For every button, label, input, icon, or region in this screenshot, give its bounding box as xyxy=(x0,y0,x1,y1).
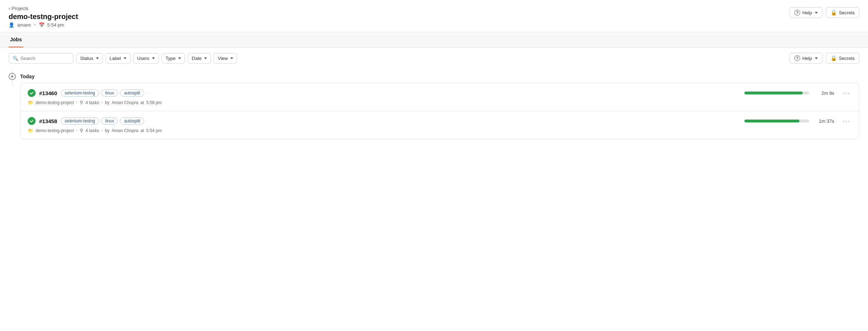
search-box[interactable]: 🔍 xyxy=(9,53,73,64)
secrets-label-header: Secrets xyxy=(839,10,855,15)
users-chevron xyxy=(152,57,155,59)
job-card-meta-0: 📁 demo-testng-project • ⚲ 4 tasks • by A… xyxy=(28,100,852,105)
project-title: demo-testng-project xyxy=(9,13,78,21)
job-tags-1: selenium-testng linux autosplit xyxy=(61,117,144,125)
job-project-0: demo-testng-project xyxy=(36,100,74,105)
view-filter-button[interactable]: View xyxy=(214,53,237,64)
header-time: 5:54 pm xyxy=(47,22,64,28)
job-tag-0-2[interactable]: autosplit xyxy=(120,89,144,97)
job-by-1: by xyxy=(105,128,110,133)
job-more-button-1[interactable]: ··· xyxy=(841,117,852,125)
type-filter-button[interactable]: Type xyxy=(162,53,185,64)
job-more-button-0[interactable]: ··· xyxy=(841,89,852,97)
top-header: ‹ Projects demo-testng-project 👤 amanc •… xyxy=(0,0,868,32)
folder-icon-1: 📁 xyxy=(28,128,33,133)
table-row: #13458 selenium-testng linux autosplit 1… xyxy=(20,111,859,139)
meta-sep-1a: • xyxy=(76,128,78,133)
job-tag-0-0[interactable]: selenium-testng xyxy=(61,89,99,97)
type-chevron xyxy=(178,57,181,59)
job-number-1[interactable]: #13458 xyxy=(39,118,57,124)
users-filter-button[interactable]: Users xyxy=(133,53,159,64)
job-card-meta-1: 📁 demo-testng-project • ⚲ 4 tasks • by A… xyxy=(28,128,852,133)
user-icon: 👤 xyxy=(9,22,14,28)
header-left: ‹ Projects demo-testng-project 👤 amanc •… xyxy=(9,6,78,28)
toolbar: 🔍 Status Label Users Type Date View xyxy=(0,48,868,69)
job-time-1: 5:54 pm xyxy=(146,128,162,133)
job-at-0: at xyxy=(140,100,144,105)
job-number-0[interactable]: #13460 xyxy=(39,90,57,96)
job-duration-1: 1m 37s xyxy=(816,118,834,124)
status-filter-label: Status xyxy=(80,56,93,61)
help-icon-header: ? xyxy=(794,10,800,15)
project-meta: 👤 amanc • 📅 5:54 pm xyxy=(9,22,78,28)
job-status-icon-0 xyxy=(28,89,36,97)
meta-sep-1b: • xyxy=(101,128,103,133)
progress-bar-1 xyxy=(744,120,809,122)
meta-sep-0b: • xyxy=(101,100,103,105)
job-card-top-0: #13460 selenium-testng linux autosplit 2… xyxy=(28,89,852,97)
dot-separator: • xyxy=(34,22,36,28)
help-button-toolbar[interactable]: ? Help xyxy=(790,53,822,64)
label-filter-label: Label xyxy=(110,56,121,61)
date-chevron xyxy=(204,57,207,59)
label-chevron xyxy=(124,57,126,59)
job-tag-1-0[interactable]: selenium-testng xyxy=(61,117,99,125)
toolbar-left: 🔍 Status Label Users Type Date View xyxy=(9,53,237,64)
job-project-1: demo-testng-project xyxy=(36,128,74,133)
job-card-right-1: 1m 37s ··· xyxy=(744,117,852,125)
job-tag-1-1[interactable]: linux xyxy=(101,117,118,125)
secrets-label-toolbar: Secrets xyxy=(839,56,855,61)
job-author-1: Aman Chopra xyxy=(112,128,138,133)
meta-sep-0a: • xyxy=(76,100,78,105)
job-card-left-1: #13458 selenium-testng linux autosplit xyxy=(28,117,744,125)
progress-bar-fill-0 xyxy=(744,92,803,94)
job-status-icon-1 xyxy=(28,117,36,125)
job-tasks-1: 4 tasks xyxy=(86,128,99,133)
status-chevron xyxy=(96,57,99,59)
help-button-header[interactable]: ? Help xyxy=(790,7,822,18)
job-tag-1-2[interactable]: autosplit xyxy=(120,117,144,125)
job-card-top-1: #13458 selenium-testng linux autosplit 1… xyxy=(28,117,852,125)
username: amanc xyxy=(17,22,31,28)
search-icon: 🔍 xyxy=(13,56,18,61)
tab-jobs[interactable]: Jobs xyxy=(9,32,23,47)
tabs-bar: Jobs xyxy=(0,32,868,48)
folder-icon-0: 📁 xyxy=(28,100,33,105)
checkmark-icon-1 xyxy=(29,119,34,123)
timeline-icon xyxy=(9,73,16,80)
timeline-section: Today #13460 selenium-testng linux autos… xyxy=(0,69,868,139)
help-label-toolbar: Help xyxy=(802,56,812,61)
calendar-icon: 📅 xyxy=(39,22,45,28)
secrets-button-header[interactable]: 🔒 Secrets xyxy=(826,7,859,18)
job-time-0: 5:58 pm xyxy=(146,100,162,105)
toolbar-right: ? Help 🔒 Secrets xyxy=(790,53,859,64)
help-chevron-toolbar xyxy=(815,57,818,59)
status-filter-button[interactable]: Status xyxy=(76,53,103,64)
users-filter-label: Users xyxy=(137,56,149,61)
label-filter-button[interactable]: Label xyxy=(106,53,130,64)
lock-icon-header: 🔒 xyxy=(831,10,837,15)
checkmark-icon-0 xyxy=(29,91,34,95)
job-duration-0: 2m 9s xyxy=(816,90,834,96)
search-input[interactable] xyxy=(20,56,69,61)
progress-bar-fill-1 xyxy=(744,120,799,122)
job-tag-0-1[interactable]: linux xyxy=(101,89,118,97)
timeline-group-label: Today xyxy=(20,74,34,79)
back-label: Projects xyxy=(11,6,28,11)
secrets-button-toolbar[interactable]: 🔒 Secrets xyxy=(826,53,859,64)
back-link[interactable]: ‹ Projects xyxy=(9,6,78,11)
branch-icon-0: ⚲ xyxy=(80,100,83,105)
job-by-0: by xyxy=(105,100,110,105)
progress-bar-0 xyxy=(744,92,809,94)
job-tags-0: selenium-testng linux autosplit xyxy=(61,89,144,97)
timeline-header: Today xyxy=(9,69,859,83)
job-author-0: Aman Chopra xyxy=(112,100,138,105)
date-filter-button[interactable]: Date xyxy=(188,53,211,64)
view-chevron xyxy=(230,57,233,59)
lock-icon-toolbar: 🔒 xyxy=(831,55,837,61)
help-chevron-header xyxy=(815,12,818,14)
job-card-left-0: #13460 selenium-testng linux autosplit xyxy=(28,89,744,97)
tab-jobs-label: Jobs xyxy=(10,37,22,42)
view-filter-label: View xyxy=(218,56,228,61)
chevron-left-icon: ‹ xyxy=(9,6,10,11)
